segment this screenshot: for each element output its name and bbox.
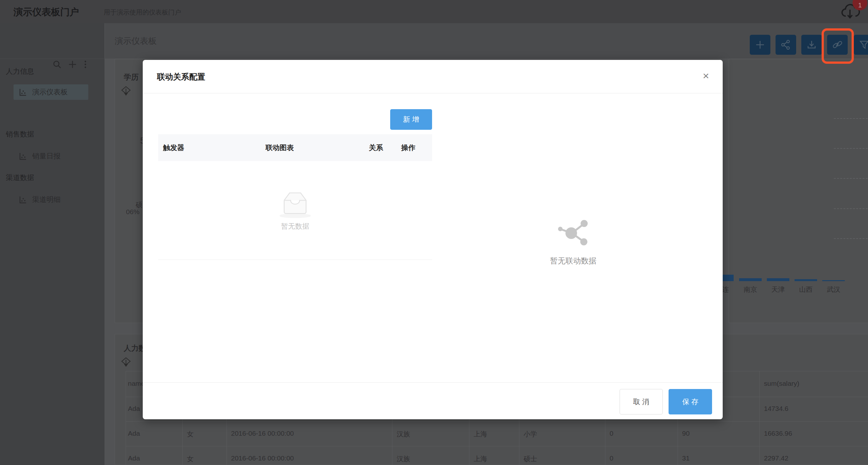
col-linked-chart: 联动图表 bbox=[266, 134, 294, 161]
col-action: 操作 bbox=[401, 134, 415, 161]
table-left-border bbox=[126, 371, 126, 465]
row-border bbox=[126, 446, 868, 446]
col-trigger: 触发器 bbox=[163, 134, 184, 161]
add-widget-button[interactable] bbox=[750, 35, 770, 55]
bg-cell: 上海 bbox=[474, 454, 487, 463]
bg-col-header: name bbox=[128, 380, 145, 388]
share-button[interactable] bbox=[776, 35, 796, 55]
app-root: 演示仪表板门户 用于演示使用的仪表板门户 1 人力信息 演示仪表板 销售数据 销… bbox=[0, 0, 868, 465]
chart-icon bbox=[19, 196, 27, 204]
linkage-empty-text: 暂无联动数据 bbox=[540, 256, 606, 266]
linkage-config-modal: 联动关系配置 × 新 增 触发器 联动图表 关系 操作 暂无数据 bbox=[143, 60, 723, 419]
bg-cell: 2297.42 bbox=[764, 454, 788, 462]
bg-col-header: sum(salary) bbox=[764, 380, 799, 388]
sidebar-group-sales: 销售数据 bbox=[6, 129, 34, 139]
bg-cell: 31 bbox=[682, 454, 689, 462]
page-title: 演示仪表板 bbox=[115, 35, 157, 47]
bg-cell: Ada bbox=[128, 454, 140, 462]
bg-cell: 女 bbox=[187, 430, 194, 439]
portal-title: 演示仪表板门户 bbox=[13, 6, 79, 19]
modal-footer-divider bbox=[143, 382, 723, 383]
empty-text: 暂无数据 bbox=[280, 222, 311, 231]
search-icon[interactable] bbox=[52, 60, 62, 69]
cancel-button[interactable]: 取 消 bbox=[620, 389, 663, 414]
portal-subtitle: 用于演示使用的仪表板门户 bbox=[104, 8, 181, 17]
bg-cell: 硕士 bbox=[524, 454, 537, 463]
linkage-table-header: 触发器 联动图表 关系 操作 bbox=[158, 134, 432, 161]
empty-inbox-icon bbox=[280, 189, 311, 218]
plus-icon bbox=[754, 39, 766, 50]
close-icon[interactable]: × bbox=[703, 70, 709, 82]
modal-header-divider bbox=[143, 93, 723, 93]
bg-cell: 上海 bbox=[474, 430, 487, 439]
sidebar: 人力信息 演示仪表板 销售数据 销量日报 渠道数据 渠道明细 bbox=[0, 23, 105, 465]
col-border bbox=[760, 371, 760, 465]
chart-icon bbox=[19, 88, 27, 96]
sidebar-group-channel: 渠道数据 bbox=[6, 173, 34, 182]
bg-cell: 90 bbox=[682, 430, 689, 437]
bg-cell: 女 bbox=[187, 454, 194, 463]
save-button[interactable]: 保 存 bbox=[669, 389, 712, 414]
sidebar-item-demo-dashboard[interactable]: 演示仪表板 bbox=[13, 85, 88, 100]
plus-icon[interactable] bbox=[68, 60, 77, 69]
bg-cell: 2016-06-16 00:00:00 bbox=[231, 454, 294, 462]
filter-button[interactable] bbox=[854, 35, 868, 55]
panel-bottom-border bbox=[158, 260, 432, 260]
sidebar-item-label: 演示仪表板 bbox=[32, 87, 68, 97]
sidebar-item-label: 销量日报 bbox=[32, 151, 61, 161]
share-icon bbox=[780, 39, 791, 50]
filter-icon bbox=[859, 39, 868, 50]
modal-title: 联动关系配置 bbox=[157, 71, 205, 82]
bg-cell: 16636.96 bbox=[764, 430, 792, 437]
bg-cell: 2016-06-16 00:00:00 bbox=[231, 430, 294, 437]
bg-cell: 14734.6 bbox=[764, 405, 788, 412]
bg-cell: 汉族 bbox=[397, 454, 410, 463]
sidebar-item-channel-detail[interactable]: 渠道明细 bbox=[13, 192, 88, 207]
chart-icon bbox=[19, 152, 27, 160]
bg-cell: 0 bbox=[610, 430, 614, 437]
download-icon bbox=[806, 39, 817, 50]
row-border bbox=[126, 421, 868, 422]
sidebar-item-label: 渠道明细 bbox=[32, 195, 61, 204]
col-relation: 关系 bbox=[369, 134, 383, 161]
sidebar-group-hr: 人力信息 bbox=[6, 67, 34, 76]
add-linkage-button[interactable]: 新 增 bbox=[390, 109, 432, 130]
bg-cell: 小学 bbox=[524, 430, 537, 439]
bg-cell: 汉族 bbox=[397, 430, 410, 439]
bg-cell: Ada bbox=[128, 430, 140, 437]
linkage-nodes-icon bbox=[556, 217, 590, 247]
bg-cell: 0 bbox=[610, 454, 614, 462]
bg-cell: Ada bbox=[128, 405, 140, 412]
kebab-icon[interactable] bbox=[83, 60, 88, 69]
click-highlight-ring bbox=[822, 28, 854, 64]
sidebar-item-sales-daily[interactable]: 销量日报 bbox=[13, 148, 88, 164]
download-button[interactable] bbox=[801, 35, 822, 55]
app-header: 演示仪表板门户 用于演示使用的仪表板门户 1 bbox=[0, 0, 868, 23]
